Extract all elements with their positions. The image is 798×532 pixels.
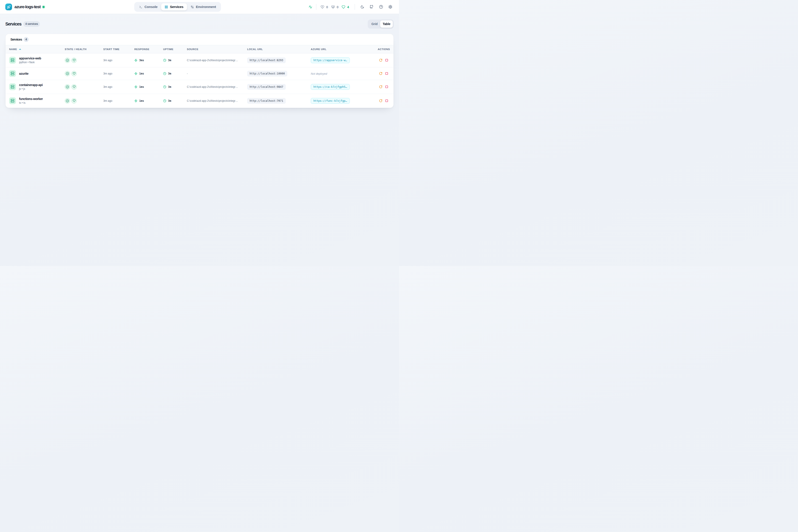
state-health-cell [65,71,103,76]
response-cell: 1ms [134,72,163,75]
brand: azure-logs-test [5,3,44,10]
app-title: azure-logs-test [14,4,41,9]
restart-button[interactable] [379,72,382,75]
uptime-value: 3m [168,99,171,102]
topbar-buttons [360,5,393,9]
tab-console[interactable]: Console [136,3,161,11]
service-name-cell: containerapp-api js • js [9,83,65,91]
service-name-cell: appservice-web python • flask [9,57,65,64]
azure-url-link[interactable]: https://func-k7zjfgp… [311,98,350,104]
restart-button[interactable] [379,85,382,89]
table-header-row: NAME STATE / HEALTH START TIME RESPONSE … [5,45,394,53]
stop-button[interactable] [385,86,388,88]
service-name: functions-worker [19,97,43,101]
view-grid-button[interactable]: Grid [368,20,380,28]
tab-services[interactable]: Services [161,3,187,11]
view-table-button[interactable]: Table [380,20,393,28]
uptime-cell: 3m [163,59,187,62]
column-header-local-url[interactable]: LOCAL URL [247,48,311,51]
card-count-badge: 4 [24,37,28,42]
tab-environment-label: Environment [196,5,216,9]
local-url-value[interactable]: http://localhost:10000 [247,71,287,76]
layout-grid-icon [165,5,168,8]
local-url-value[interactable]: http://localhost:8293 [247,57,286,63]
view-toggle: Grid Table [368,19,394,28]
azure-url-cell: Not deployed [311,72,378,76]
service-name-cell: functions-worker ts • ts [9,97,65,104]
health-healthy-icon [71,71,77,76]
sliders-icon [190,5,194,8]
clock-icon [163,72,166,75]
services-card-header: Services 4 [5,34,394,45]
activity-icon [308,5,312,9]
uptime-value: 3m [168,86,171,89]
github-link[interactable] [369,5,374,9]
start-time-cell: 3m ago [103,86,134,89]
actions-cell [378,85,388,89]
stat-unhealthy: 0 [321,5,328,9]
zap-icon [134,86,137,89]
service-name: azurite [19,72,28,75]
unhealthy-count: 0 [326,5,328,9]
stop-button[interactable] [385,99,388,102]
services-card: Services 4 NAME STATE / HEALTH START TIM… [5,34,394,108]
settings-button[interactable] [388,5,392,9]
service-name: appservice-web [19,57,41,60]
table-row: containerapp-api js • js 3m ago 1ms [5,80,394,94]
state-running-icon [65,84,70,90]
azure-url-cell: https://appservice-w… [311,57,378,63]
column-header-state[interactable]: STATE / HEALTH [65,48,103,51]
response-cell: 1ms [134,99,163,102]
stop-button[interactable] [385,72,388,75]
local-url-value[interactable]: http://localhost:7071 [247,98,286,104]
terminal-icon [139,5,142,8]
dark-mode-toggle[interactable] [360,5,364,9]
health-healthy-icon [71,98,77,103]
service-subtitle: ts • ts [19,101,43,104]
column-header-azure-url[interactable]: AZURE URL [311,48,378,51]
source-cell: C:\code\azd-app-2\cli\tests\projects\int… [187,59,247,62]
local-url-value[interactable]: http://localhost:9847 [247,84,286,90]
service-name: containerapp-api [19,83,42,87]
clock-icon [163,99,166,102]
tab-environment[interactable]: Environment [187,3,220,11]
rocket-icon [7,5,11,9]
top-header: azure-logs-test Console Services Environ… [0,0,399,14]
state-health-cell [65,84,103,90]
column-header-uptime[interactable]: UPTIME [163,48,187,51]
local-url-cell: http://localhost:8293 [247,57,311,63]
stat-degraded: 0 [331,5,339,9]
column-header-response[interactable]: RESPONSE [134,48,163,51]
heart-crack-icon [321,5,324,9]
stop-button[interactable] [385,59,388,62]
restart-button[interactable] [379,99,382,102]
source-cell: - [187,72,247,75]
main-nav: Console Services Environment [134,2,221,12]
response-value: 1ms [139,72,144,75]
server-icon [9,97,16,104]
health-healthy-icon [71,58,77,63]
table-row: azurite 3m ago 1ms [5,68,394,80]
azure-url-not-deployed: Not deployed [311,72,327,75]
stat-healthy: 4 [342,5,349,9]
response-value: 3ms [139,59,144,62]
azure-url-link[interactable]: https://ca-k7zjfgph5… [311,84,350,90]
state-running-icon [65,98,70,103]
card-title: Services [11,38,22,41]
response-cell: 3ms [134,59,163,62]
help-button[interactable] [379,5,383,9]
app-logo [5,3,12,10]
tab-console-label: Console [145,5,158,9]
column-header-source[interactable]: SOURCE [187,48,247,51]
azure-url-cell: https://func-k7zjfgp… [311,98,378,104]
source-cell: C:\code\azd-app-2\cli\tests\projects\int… [187,99,247,102]
azure-url-link[interactable]: https://appservice-w… [311,57,350,63]
source-cell: C:\code\azd-app-2\cli\tests\projects\int… [187,86,247,89]
local-url-cell: http://localhost:10000 [247,71,311,76]
tab-services-label: Services [170,5,183,9]
column-header-name[interactable]: NAME [9,48,65,51]
response-value: 1ms [139,86,144,89]
restart-button[interactable] [379,58,382,62]
column-header-start-time[interactable]: START TIME [103,48,134,51]
uptime-value: 3m [168,72,171,75]
